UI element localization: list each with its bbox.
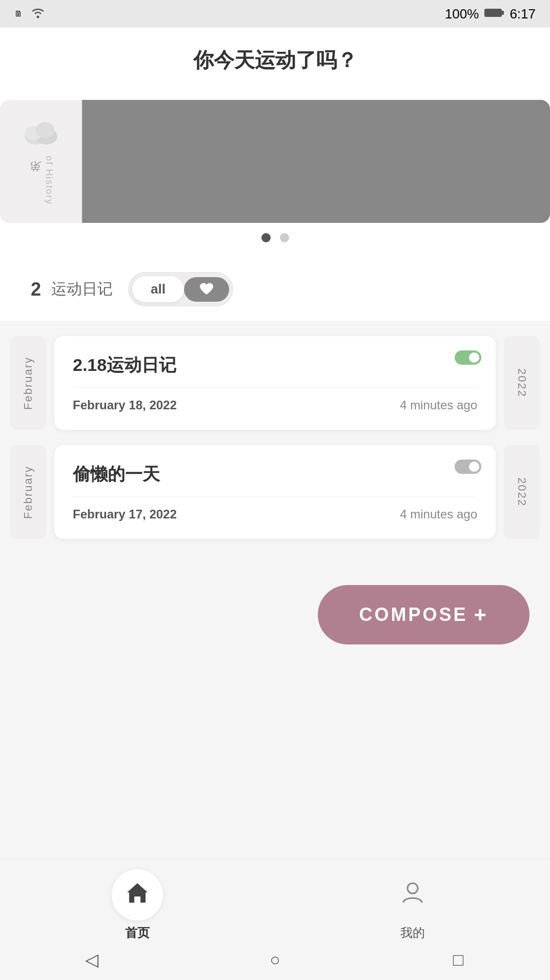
nav-item-home[interactable]: 首页 (112, 869, 163, 941)
profile-icon (400, 880, 425, 910)
compose-label: COMPOSE (359, 604, 467, 625)
carousel-area: 弟 of History (0, 90, 550, 258)
back-button[interactable]: ◁ (71, 939, 112, 980)
time-display: 6:17 (510, 6, 536, 22)
toggle-all[interactable]: all (132, 276, 184, 302)
compose-button[interactable]: COMPOSE + (318, 585, 529, 644)
carousel-image-panel[interactable] (82, 100, 550, 223)
status-right-info: 100% 6:17 (445, 6, 536, 22)
carousel-dots (0, 223, 550, 247)
wifi-icon (30, 7, 46, 20)
carousel-left-panel: 弟 of History (0, 100, 82, 223)
toggle-thumb-2 (469, 462, 479, 472)
entry-year-right-2: 2022 (504, 445, 540, 539)
compose-area: COMPOSE + (0, 570, 550, 665)
compose-plus-icon: + (474, 602, 488, 627)
filter-toggle[interactable]: all (128, 272, 233, 306)
profile-icon-wrap (387, 869, 438, 921)
entry-month-left-2: February (10, 445, 46, 539)
carousel-label: 弟 of History (28, 156, 54, 205)
table-row: February 2.18运动日记 February 18, 2022 4 mi… (0, 336, 550, 430)
entry-divider-2 (73, 496, 477, 497)
svg-point-0 (37, 16, 39, 18)
status-left-icons: 🗎 (14, 7, 46, 20)
carousel-wrapper: 弟 of History (0, 100, 550, 223)
entry-time-2: 4 minutes ago (400, 507, 477, 522)
carousel-dot-2[interactable] (280, 233, 289, 242)
home-button[interactable]: ○ (254, 939, 295, 980)
entry-month-left-1: February (10, 336, 46, 430)
entry-title-1: 2.18运动日记 (73, 353, 477, 377)
entry-card-2[interactable]: 偷懒的一天 February 17, 2022 4 minutes ago (54, 445, 496, 539)
filter-bar: 2 运动日记 all (0, 258, 550, 321)
home-icon-wrap (112, 869, 163, 921)
toggle-thumb-1 (469, 352, 479, 363)
svg-rect-1 (484, 9, 502, 17)
entry-date-2: February 17, 2022 (73, 507, 177, 522)
page-title: 你今天运动了吗？ (0, 28, 550, 90)
entry-meta-2: February 17, 2022 4 minutes ago (73, 507, 477, 522)
battery-percent: 100% (445, 6, 479, 22)
battery-icon (484, 6, 504, 22)
entry-divider-1 (73, 387, 477, 388)
cloud-icon (21, 118, 62, 152)
carousel-dot-1[interactable] (261, 233, 271, 242)
entry-time-1: 4 minutes ago (400, 398, 477, 412)
entry-toggle-1[interactable] (455, 350, 481, 365)
filter-label: 运动日记 (51, 279, 113, 300)
entry-meta-1: February 18, 2022 4 minutes ago (73, 398, 477, 412)
home-icon (125, 881, 150, 909)
bottom-nav: 首页 我的 (0, 859, 550, 949)
svg-point-6 (36, 122, 54, 138)
entry-toggle-2[interactable] (455, 460, 481, 474)
entries-section: February 2.18运动日记 February 18, 2022 4 mi… (0, 321, 550, 570)
recent-button[interactable]: □ (438, 939, 479, 980)
file-icon: 🗎 (14, 9, 23, 18)
toggle-favorites[interactable] (184, 277, 229, 302)
entry-date-1: February 18, 2022 (73, 398, 177, 412)
table-row: February 偷懒的一天 February 17, 2022 4 minut… (0, 445, 550, 539)
svg-rect-2 (502, 11, 504, 15)
entry-card-1[interactable]: 2.18运动日记 February 18, 2022 4 minutes ago (54, 336, 496, 430)
nav-item-profile[interactable]: 我的 (387, 869, 438, 941)
entry-year-right-1: 2022 (504, 336, 540, 430)
entry-count: 2 (31, 279, 41, 300)
entry-title-2: 偷懒的一天 (73, 463, 477, 486)
svg-point-7 (408, 883, 418, 893)
system-nav: ◁ ○ □ (0, 939, 550, 980)
status-bar: 🗎 100% 6:17 (0, 0, 550, 28)
